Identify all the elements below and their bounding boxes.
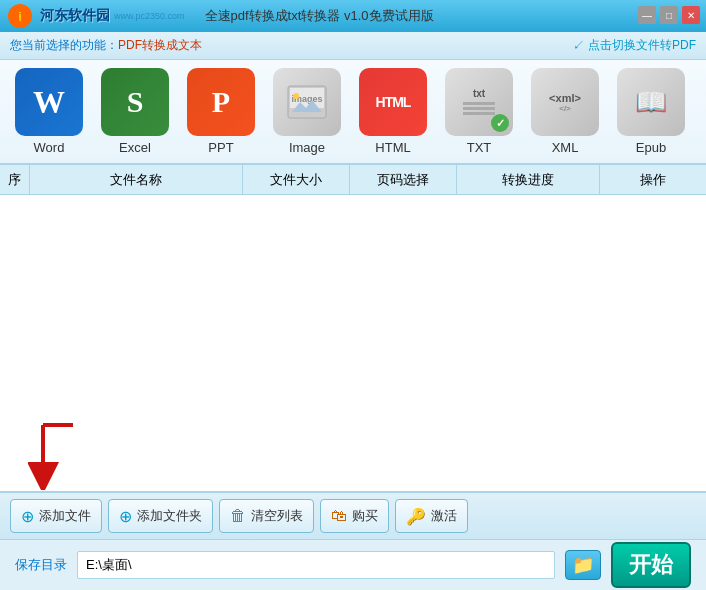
clear-list-icon: 🗑 (230, 507, 246, 525)
add-file-button[interactable]: ⊕ 添加文件 (10, 499, 102, 533)
html-label: HTML (375, 140, 410, 155)
bottom-toolbar: ⊕ 添加文件 ⊕ 添加文件夹 🗑 清空列表 🛍 购买 🔑 激活 (0, 492, 706, 540)
folder-icon: 📁 (572, 554, 594, 576)
add-folder-button[interactable]: ⊕ 添加文件夹 (108, 499, 213, 533)
start-label: 开始 (629, 550, 673, 580)
file-table: 序 文件名称 文件大小 页码选择 转换进度 操作 (0, 165, 706, 492)
clear-list-label: 清空列表 (251, 507, 303, 525)
col-action-header: 操作 (600, 165, 706, 194)
add-folder-label: 添加文件夹 (137, 507, 202, 525)
svg-point-4 (293, 93, 299, 99)
activate-button[interactable]: 🔑 激活 (395, 499, 468, 533)
xml-label: XML (552, 140, 579, 155)
txt-icon-box: txt ✓ (445, 68, 513, 136)
maximize-button[interactable]: □ (660, 6, 678, 24)
html-icon-box: HTML (359, 68, 427, 136)
ppt-type-button[interactable]: P PPT (182, 68, 260, 155)
current-function-label: 您当前选择的功能：PDF转换成文本 (10, 37, 202, 54)
buy-button[interactable]: 🛍 购买 (320, 499, 389, 533)
excel-label: Excel (119, 140, 151, 155)
ppt-icon-box: P (187, 68, 255, 136)
window-title: 全速pdf转换成txt转换器 v1.0免费试用版 (205, 7, 434, 25)
image-type-button[interactable]: images Image (268, 68, 346, 155)
excel-type-button[interactable]: S Excel (96, 68, 174, 155)
clear-list-button[interactable]: 🗑 清空列表 (219, 499, 314, 533)
activate-label: 激活 (431, 507, 457, 525)
col-name-header: 文件名称 (30, 165, 243, 194)
xml-type-button[interactable]: <xml> </> XML (526, 68, 604, 155)
ppt-label: PPT (208, 140, 233, 155)
save-path-input[interactable] (77, 551, 555, 579)
app-logo: i (8, 4, 32, 28)
buy-icon: 🛍 (331, 507, 347, 525)
epub-icon-box: 📖 (617, 68, 685, 136)
txt-label: TXT (467, 140, 492, 155)
col-seq-header: 序 (0, 165, 30, 194)
add-file-label: 添加文件 (39, 507, 91, 525)
add-folder-icon: ⊕ (119, 507, 132, 526)
html-type-button[interactable]: HTML HTML (354, 68, 432, 155)
epub-label: Epub (636, 140, 666, 155)
col-page-header: 页码选择 (350, 165, 457, 194)
close-button[interactable]: ✕ (682, 6, 700, 24)
col-size-header: 文件大小 (243, 165, 350, 194)
epub-type-button[interactable]: 📖 Epub (612, 68, 690, 155)
browse-folder-button[interactable]: 📁 (565, 550, 601, 580)
save-path-bar: 保存目录 📁 开始 (0, 540, 706, 590)
save-path-label: 保存目录 (15, 556, 67, 574)
switch-to-pdf-link[interactable]: 点击切换文件转PDF (573, 37, 696, 54)
add-file-icon: ⊕ (21, 507, 34, 526)
table-header: 序 文件名称 文件大小 页码选择 转换进度 操作 (0, 165, 706, 195)
image-label: Image (289, 140, 325, 155)
word-icon-box: W (15, 68, 83, 136)
brand-url: www.pc2350.com (114, 11, 185, 21)
brand-text: 河东软件园 (40, 7, 110, 25)
buy-label: 购买 (352, 507, 378, 525)
txt-type-button[interactable]: txt ✓ TXT (440, 68, 518, 155)
activate-icon: 🔑 (406, 507, 426, 526)
start-button[interactable]: 开始 (611, 542, 691, 588)
word-label: Word (34, 140, 65, 155)
minimize-button[interactable]: — (638, 6, 656, 24)
txt-selected-indicator: ✓ (491, 114, 509, 132)
window-controls: — □ ✕ (638, 6, 700, 24)
word-type-button[interactable]: W Word (10, 68, 88, 155)
main-content-area: 序 文件名称 文件大小 页码选择 转换进度 操作 (0, 165, 706, 590)
function-bar: 您当前选择的功能：PDF转换成文本 点击切换文件转PDF (0, 32, 706, 60)
excel-icon-box: S (101, 68, 169, 136)
conversion-type-toolbar: W Word S Excel P PPT images (0, 60, 706, 165)
image-icon-box: images (273, 68, 341, 136)
titlebar: i 河东软件园 www.pc2350.com 全速pdf转换成txt转换器 v1… (0, 0, 706, 32)
action-toolbar-container: ⊕ 添加文件 ⊕ 添加文件夹 🗑 清空列表 🛍 购买 🔑 激活 (0, 492, 706, 540)
table-body (0, 195, 706, 492)
xml-icon-box: <xml> </> (531, 68, 599, 136)
col-progress-header: 转换进度 (457, 165, 599, 194)
